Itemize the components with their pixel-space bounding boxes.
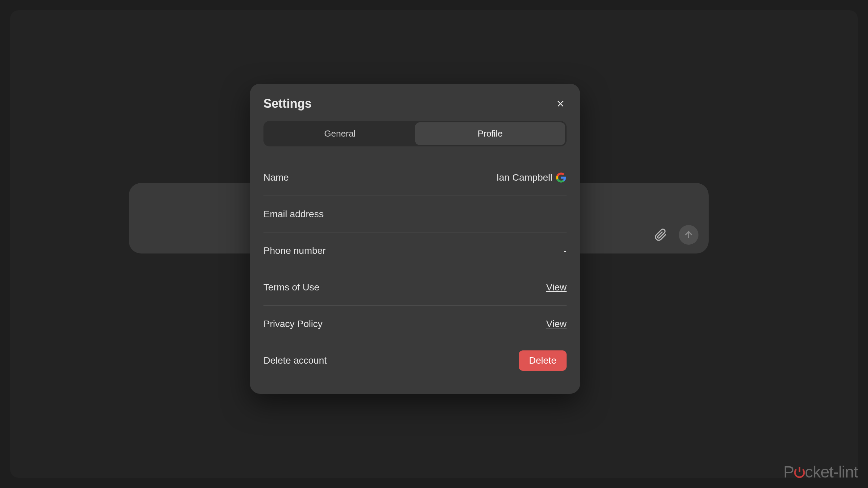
power-icon: [794, 466, 805, 478]
modal-title: Settings: [263, 97, 312, 111]
phone-value: -: [564, 245, 567, 256]
tab-group: General Profile: [263, 121, 567, 146]
close-button[interactable]: [554, 98, 567, 110]
row-privacy: Privacy Policy View: [263, 306, 567, 342]
settings-modal: Settings General Profile Name Ian Campbe…: [250, 84, 580, 394]
send-button[interactable]: [679, 225, 698, 245]
delete-account-label: Delete account: [263, 355, 327, 366]
watermark-suffix: cket-lint: [805, 463, 858, 481]
row-terms: Terms of Use View: [263, 269, 567, 306]
row-delete-account: Delete account Delete: [263, 342, 567, 379]
email-label: Email address: [263, 209, 323, 220]
name-value: Ian Campbell: [496, 172, 552, 183]
row-name: Name Ian Campbell: [263, 159, 567, 196]
arrow-up-icon: [683, 229, 694, 240]
close-icon: [556, 99, 565, 108]
row-email: Email address: [263, 196, 567, 232]
modal-header: Settings: [263, 97, 567, 111]
phone-label: Phone number: [263, 245, 326, 256]
privacy-view-link[interactable]: View: [546, 319, 567, 329]
row-phone: Phone number -: [263, 232, 567, 269]
tab-profile[interactable]: Profile: [415, 122, 565, 145]
delete-account-button[interactable]: Delete: [519, 350, 567, 371]
terms-view-link[interactable]: View: [546, 282, 567, 293]
attach-button[interactable]: [651, 225, 671, 245]
paperclip-icon: [654, 228, 667, 241]
terms-label: Terms of Use: [263, 282, 319, 293]
watermark-prefix: P: [784, 463, 794, 481]
watermark: P cket-lint: [784, 463, 858, 481]
google-icon: [556, 172, 567, 183]
tab-general[interactable]: General: [265, 122, 415, 145]
name-label: Name: [263, 172, 289, 183]
privacy-label: Privacy Policy: [263, 319, 322, 329]
name-value-group: Ian Campbell: [496, 172, 567, 183]
